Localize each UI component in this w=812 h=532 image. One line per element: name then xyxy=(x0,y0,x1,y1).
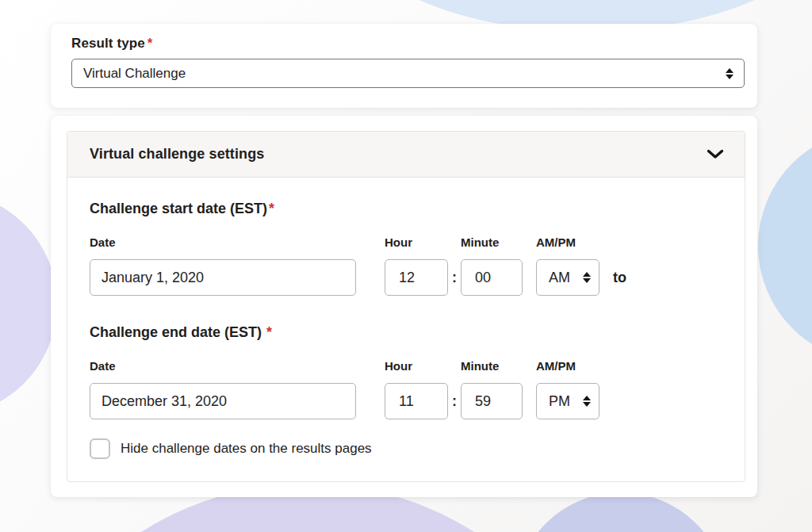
decorative-purple-blob-bottom-right xyxy=(515,492,727,532)
result-type-card: Result type* Virtual Challenge xyxy=(51,24,757,108)
hide-dates-checkbox-label[interactable]: Hide challenge dates on the results page… xyxy=(121,441,372,457)
result-type-selected-value: Virtual Challenge xyxy=(83,66,186,82)
virtual-challenge-card: Virtual challenge settings Challenge sta… xyxy=(51,116,757,497)
select-spinner-icon xyxy=(726,68,733,79)
select-spinner-icon xyxy=(583,272,591,283)
end-date-heading: Challenge end date (EST)* xyxy=(90,323,722,342)
select-spinner-icon xyxy=(583,396,591,407)
result-type-select[interactable]: Virtual Challenge xyxy=(71,59,745,88)
start-minute-input[interactable] xyxy=(461,259,523,296)
decorative-purple-blob-left xyxy=(0,191,57,416)
settings-panel: Virtual challenge settings Challenge sta… xyxy=(67,131,745,482)
end-minute-label: Minute xyxy=(461,358,523,374)
chevron-down-icon[interactable] xyxy=(707,149,724,159)
start-ampm-select[interactable]: AM xyxy=(536,259,599,296)
required-asterisk: * xyxy=(147,36,153,51)
hide-dates-row: Hide challenge dates on the results page… xyxy=(90,438,722,459)
start-date-heading: Challenge start date (EST)* xyxy=(90,199,722,218)
end-hour-input[interactable] xyxy=(385,383,448,419)
result-type-label-text: Result type xyxy=(71,36,145,51)
range-to-text: to xyxy=(599,270,722,286)
start-date-input[interactable] xyxy=(90,259,356,296)
settings-panel-title: Virtual challenge settings xyxy=(90,146,264,163)
required-asterisk: * xyxy=(269,201,274,216)
start-date-heading-text: Challenge start date (EST) xyxy=(90,201,267,216)
end-ampm-selected-value: PM xyxy=(549,393,570,410)
start-hour-label: Hour xyxy=(385,235,448,251)
end-date-inputs-row: : PM xyxy=(90,383,722,419)
settings-panel-header[interactable]: Virtual challenge settings xyxy=(67,132,745,178)
start-ampm-label: AM/PM xyxy=(536,235,599,251)
end-ampm-select[interactable]: PM xyxy=(536,383,599,419)
start-ampm-selected-value: AM xyxy=(549,270,570,286)
required-asterisk: * xyxy=(266,324,272,340)
hide-dates-checkbox[interactable] xyxy=(90,438,110,459)
page-background: Result type* Virtual Challenge Virtual c… xyxy=(0,0,812,532)
end-date-label: Date xyxy=(90,358,356,374)
result-type-label: Result type* xyxy=(71,36,745,52)
start-date-labels-row: Date Hour Minute AM/PM xyxy=(90,235,722,251)
end-date-heading-text: Challenge end date (EST) xyxy=(90,324,262,340)
end-ampm-label: AM/PM xyxy=(536,358,599,374)
end-date-labels-row: Date Hour Minute AM/PM xyxy=(90,358,722,374)
start-hour-input[interactable] xyxy=(385,259,448,296)
start-date-label: Date xyxy=(90,235,356,251)
time-colon-separator: : xyxy=(448,393,461,410)
start-minute-label: Minute xyxy=(461,235,523,251)
start-date-inputs-row: : AM to xyxy=(90,259,722,296)
end-date-input[interactable] xyxy=(90,383,356,419)
settings-panel-body: Challenge start date (EST)* Date Hour Mi… xyxy=(67,178,745,459)
decorative-blue-blob-right xyxy=(758,129,812,362)
end-hour-label: Hour xyxy=(385,358,448,374)
end-minute-input[interactable] xyxy=(461,383,523,419)
time-colon-separator: : xyxy=(448,270,461,286)
